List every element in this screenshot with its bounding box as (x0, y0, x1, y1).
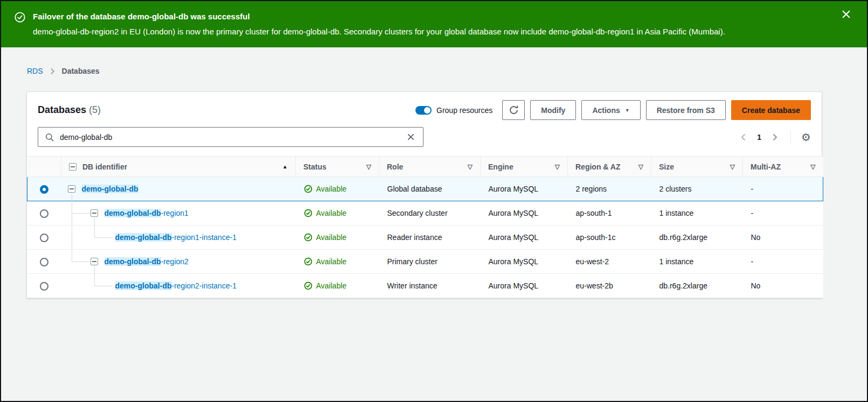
db-identifier-link[interactable]: demo-global-db-region1 (105, 209, 189, 217)
table-row: demo-global-db-region1AvailableSecondary… (27, 201, 823, 225)
column-label: DB identifier (82, 163, 127, 171)
tree-connector (94, 266, 95, 274)
column-label: Region & AZ (575, 163, 620, 171)
column-header-role[interactable]: Role▽ (379, 157, 481, 177)
row-select-radio[interactable] (40, 185, 48, 194)
panel-header: Databases (5) Group resources Modify Act… (27, 92, 822, 127)
actions-button[interactable]: Actions ▼ (581, 100, 640, 120)
tree-connector (72, 262, 91, 262)
search-match-text: demo-global-db (115, 233, 172, 242)
db-identifier-link[interactable]: demo-global-db-region2-instance-1 (115, 281, 237, 290)
column-label: Multi-AZ (751, 163, 781, 171)
sort-icon[interactable]: ▽ (730, 163, 735, 171)
column-header-status[interactable]: Status▽ (296, 157, 379, 177)
search-match-text: demo-global-db (82, 185, 138, 193)
db-identifier-link[interactable]: demo-global-db-region1-instance-1 (115, 233, 237, 242)
status-available-icon (304, 233, 313, 242)
search-match-text: demo-global-db (115, 281, 172, 290)
role-cell: Secondary cluster (379, 201, 481, 225)
sort-icon[interactable]: ▽ (638, 163, 643, 171)
tree-connector (94, 286, 113, 286)
banner-message: demo-global-db-region2 in EU (London) is… (33, 27, 725, 36)
region-az-cell: ap-south-1 (568, 201, 651, 225)
group-resources-toggle[interactable] (415, 106, 432, 115)
sort-ascending-icon[interactable]: ▲ (282, 164, 288, 170)
row-select-radio[interactable] (40, 234, 48, 242)
table-row: demo-global-db-region2-instance-1Availab… (27, 274, 823, 298)
multi-az-cell: No (743, 225, 823, 250)
size-cell: db.r6g.2xlarge (651, 225, 743, 250)
status-available-icon (304, 281, 313, 290)
create-database-button[interactable]: Create database (731, 100, 811, 120)
engine-cell: Aurora MySQL (481, 250, 568, 274)
selection-column-header (27, 157, 61, 177)
table-row: demo-global-dbAvailableGlobal databaseAu… (27, 177, 823, 201)
region-az-cell: eu-west-2 (568, 250, 651, 274)
role-cell: Global database (379, 177, 481, 201)
table-row: demo-global-db-region1-instance-1Availab… (27, 225, 823, 250)
rds-console-screen: Failover of the database demo-global-db … (0, 0, 868, 402)
tree-connector (94, 274, 95, 286)
search-match-text: demo-global-db (105, 209, 161, 217)
column-label: Engine (488, 163, 513, 171)
row-select-radio[interactable] (40, 282, 48, 291)
close-icon[interactable] (839, 8, 853, 23)
search-icon (45, 133, 54, 142)
column-header-db-identifier[interactable]: DB identifier▲ (61, 157, 296, 177)
databases-panel: Databases (5) Group resources Modify Act… (26, 91, 822, 299)
breadcrumb-rds-link[interactable]: RDS (27, 67, 43, 75)
multi-az-cell: - (743, 177, 823, 201)
collapse-all-icon[interactable] (69, 163, 77, 171)
refresh-icon (509, 105, 519, 115)
pagination: 1 ⚙ (738, 130, 811, 144)
next-page-icon[interactable] (769, 132, 780, 143)
settings-gear-icon[interactable]: ⚙ (801, 132, 811, 143)
role-cell: Primary cluster (379, 250, 481, 274)
refresh-button[interactable] (502, 100, 525, 120)
tree-connector (72, 193, 72, 201)
sort-icon[interactable]: ▽ (468, 163, 473, 171)
db-identifier-link[interactable]: demo-global-db (82, 185, 138, 193)
status-text: Available (316, 209, 347, 217)
search-box[interactable] (38, 127, 423, 147)
success-banner: Failover of the database demo-global-db … (1, 1, 867, 47)
size-cell: 1 instance (651, 250, 743, 274)
collapse-row-icon[interactable] (91, 258, 98, 265)
status-available-icon (304, 209, 313, 217)
region-az-cell: eu-west-2b (568, 274, 651, 298)
clear-search-icon[interactable] (406, 132, 416, 142)
collapse-row-icon[interactable] (91, 209, 98, 217)
tree-connector (72, 225, 72, 250)
row-select-radio[interactable] (40, 209, 48, 218)
sort-icon[interactable]: ▽ (810, 163, 815, 171)
size-cell: 2 clusters (651, 177, 743, 201)
page-title: Databases (5) (38, 104, 101, 116)
column-header-multi-az[interactable]: Multi-AZ▽ (743, 157, 823, 177)
column-label: Role (387, 163, 403, 171)
db-identifier-link[interactable]: demo-global-db-region2 (105, 257, 189, 266)
multi-az-cell: - (743, 201, 823, 225)
column-label: Size (659, 163, 674, 171)
previous-page-icon[interactable] (738, 132, 749, 143)
search-input[interactable] (59, 132, 401, 142)
row-select-radio[interactable] (40, 258, 48, 266)
current-page-number[interactable]: 1 (757, 133, 761, 142)
sort-icon[interactable]: ▽ (555, 163, 560, 171)
column-header-engine[interactable]: Engine▽ (481, 157, 568, 177)
divider (790, 130, 791, 144)
collapse-row-icon[interactable] (68, 185, 75, 193)
filter-row: 1 ⚙ (27, 127, 822, 156)
tree-connector (72, 213, 91, 214)
column-header-region-az[interactable]: Region & AZ▽ (568, 157, 651, 177)
status-text: Available (316, 233, 347, 242)
column-header-size[interactable]: Size▽ (651, 157, 743, 177)
sort-icon[interactable]: ▽ (366, 163, 371, 171)
restore-from-s3-button[interactable]: Restore from S3 (646, 100, 726, 120)
modify-button[interactable]: Modify (530, 100, 576, 120)
engine-cell: Aurora MySQL (481, 201, 568, 225)
status-available-icon (304, 185, 313, 193)
banner-title: Failover of the database demo-global-db … (33, 12, 725, 21)
resource-count: (5) (89, 104, 101, 115)
tree-connector (72, 250, 72, 262)
size-cell: 1 instance (651, 201, 743, 225)
